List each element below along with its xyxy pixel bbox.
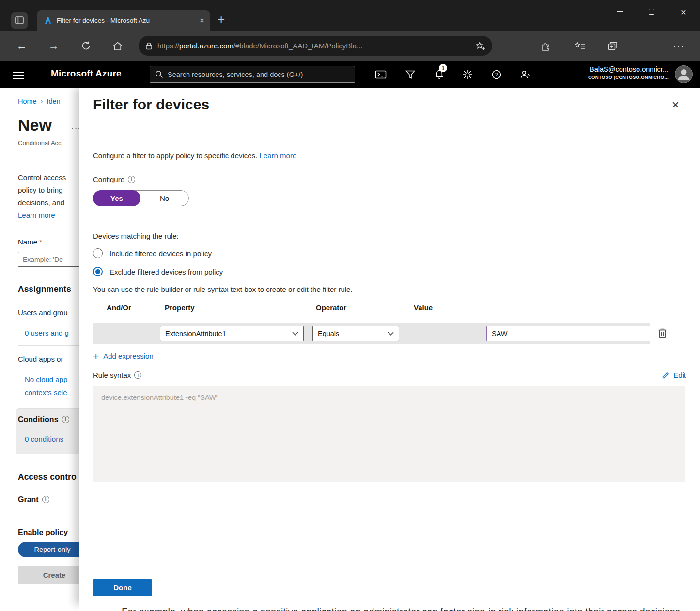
property-select[interactable]: ExtensionAttribute1 xyxy=(160,326,304,341)
avatar[interactable] xyxy=(675,65,693,83)
conditions-label: Conditionsi xyxy=(18,415,69,424)
browser-titlebar: Filter for devices - Microsoft Azu × + × xyxy=(0,0,700,31)
window-minimize-button[interactable] xyxy=(604,0,636,23)
chevron-down-icon xyxy=(292,332,298,336)
window-controls: × xyxy=(604,0,700,23)
required-asterisk: * xyxy=(39,238,42,246)
tab-actions-icon xyxy=(15,16,24,24)
info-icon: i xyxy=(62,416,69,423)
address-bar[interactable]: https://portal.azure.com/#blade/Microsof… xyxy=(139,36,492,56)
breadcrumb-home[interactable]: Home xyxy=(18,97,37,105)
operator-select[interactable]: Equals xyxy=(312,326,399,341)
help-icon[interactable]: ? xyxy=(490,68,503,81)
home-icon[interactable] xyxy=(108,31,127,61)
cloud-shell-icon[interactable] xyxy=(374,68,387,81)
filter-for-devices-panel: Filter for devices × Configure a filter … xyxy=(79,88,700,605)
breadcrumb-current[interactable]: Iden xyxy=(47,97,60,105)
section-access-controls: Access contro xyxy=(18,472,77,482)
azure-header: Microsoft Azure 1 xyxy=(0,61,700,88)
background-page-strip: For example, when accessing a sensitive … xyxy=(79,605,700,611)
page-title: New xyxy=(18,116,52,135)
notification-badge: 1 xyxy=(439,64,447,72)
toggle-yes[interactable]: Yes xyxy=(93,190,140,206)
back-icon[interactable]: ← xyxy=(12,31,31,61)
tab-actions-button[interactable] xyxy=(11,12,28,29)
section-assignments: Assignments xyxy=(18,284,71,294)
plus-icon: + xyxy=(93,351,99,361)
window-close-icon: × xyxy=(681,7,686,17)
url-text: https://portal.azure.com/#blade/Microsof… xyxy=(157,42,471,50)
collections-icon[interactable] xyxy=(603,31,622,61)
radio-include-label: Include filtered devices in policy xyxy=(109,249,212,258)
toolbar-separator xyxy=(561,40,561,52)
account-name: BalaS@contoso.onmicr... xyxy=(588,65,669,73)
cloud-apps-label: Cloud apps or xyxy=(18,355,63,363)
panel-footer-divider xyxy=(79,565,700,565)
extensions-icon[interactable] xyxy=(536,31,556,61)
favorite-add-icon[interactable] xyxy=(476,42,485,50)
learn-more-link[interactable]: Learn more xyxy=(18,211,55,219)
name-label: Name * xyxy=(18,238,42,246)
add-expression-label: Add expression xyxy=(103,352,153,360)
hamburger-menu-icon[interactable] xyxy=(13,70,26,81)
report-only-toggle[interactable]: Report-only xyxy=(18,542,87,557)
edit-rule-syntax-button[interactable]: Edit xyxy=(662,371,686,379)
tab-title: Filter for devices - Microsoft Azu xyxy=(57,17,195,24)
panel-learn-more-link[interactable]: Learn more xyxy=(260,152,297,160)
tab-close-icon[interactable]: × xyxy=(200,16,204,25)
enable-policy-label: Enable policy xyxy=(18,528,68,537)
column-and-or: And/Or xyxy=(107,304,131,312)
add-expression-button[interactable]: + Add expression xyxy=(93,351,154,361)
radio-exclude-label: Exclude filtered devices from policy xyxy=(109,268,223,276)
conditions-link[interactable]: 0 conditions xyxy=(25,435,63,443)
azure-brand[interactable]: Microsoft Azure xyxy=(51,68,122,79)
browser-window: Filter for devices - Microsoft Azu × + ×… xyxy=(0,0,700,611)
done-button[interactable]: Done xyxy=(93,579,152,596)
settings-gear-icon[interactable] xyxy=(461,68,474,81)
new-tab-button[interactable]: + xyxy=(218,12,225,27)
account-info[interactable]: BalaS@contoso.onmicr... CONTOSO (CONTOSO… xyxy=(588,65,669,80)
radio-include[interactable] xyxy=(93,248,103,258)
favorites-icon[interactable] xyxy=(570,31,590,61)
info-icon: i xyxy=(128,176,135,183)
maximize-icon xyxy=(649,9,654,15)
grant-label: Granti xyxy=(18,495,49,504)
azure-search[interactable] xyxy=(150,66,355,83)
rule-syntax-text: device.extensionAttribute1 -eq "SAW" xyxy=(101,394,218,401)
browser-tab[interactable]: Filter for devices - Microsoft Azu × xyxy=(37,10,210,31)
rule-syntax-textbox[interactable]: device.extensionAttribute1 -eq "SAW" xyxy=(93,386,685,482)
intro-line-1: Control access xyxy=(18,173,66,182)
breadcrumb-separator: › xyxy=(41,97,43,105)
directory-filter-icon[interactable] xyxy=(404,68,417,81)
configure-label: Configurei xyxy=(93,175,135,183)
devices-matching-label: Devices matching the rule: xyxy=(93,232,179,240)
cloud-apps-link-2[interactable]: contexts sele xyxy=(25,388,67,397)
radio-exclude-row[interactable]: Exclude filtered devices from policy xyxy=(93,265,223,278)
cloud-apps-link[interactable]: No cloud app xyxy=(25,375,67,383)
svg-text:?: ? xyxy=(495,72,498,77)
column-operator: Operator xyxy=(316,304,346,312)
settings-more-icon[interactable]: ··· xyxy=(673,31,684,61)
refresh-icon[interactable] xyxy=(76,31,95,61)
info-icon: i xyxy=(134,371,141,379)
radio-include-row[interactable]: Include filtered devices in policy xyxy=(93,247,212,260)
feedback-person-icon[interactable] xyxy=(519,68,531,81)
toggle-no[interactable]: No xyxy=(140,191,188,206)
panel-close-icon[interactable]: × xyxy=(672,98,679,111)
panel-intro: Configure a filter to apply policy to sp… xyxy=(93,152,296,160)
intro-line-3: decisions, and xyxy=(18,199,64,207)
column-property: Property xyxy=(165,304,195,312)
configure-toggle[interactable]: Yes No xyxy=(93,190,189,206)
lock-icon xyxy=(145,42,153,50)
window-maximize-button[interactable] xyxy=(636,0,668,23)
search-input[interactable] xyxy=(168,71,350,78)
delete-expression-button[interactable] xyxy=(655,325,669,341)
window-close-button[interactable]: × xyxy=(668,0,700,23)
page-content: Home›Iden New ··· Conditional Acc Contro… xyxy=(0,88,700,611)
users-groups-link[interactable]: 0 users and g xyxy=(25,329,69,337)
forward-icon[interactable]: → xyxy=(44,31,63,61)
browser-navbar: ← → https://portal.azure.com/#blade/Micr… xyxy=(0,31,700,61)
radio-exclude[interactable] xyxy=(93,267,103,276)
info-icon: i xyxy=(42,496,49,503)
account-tenant: CONTOSO (CONTOSO.ONMICRO... xyxy=(588,75,669,80)
